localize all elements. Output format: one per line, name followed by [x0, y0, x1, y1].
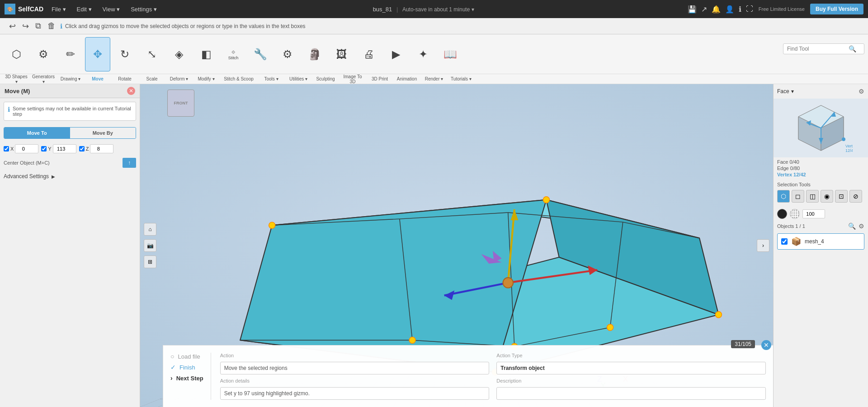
move-to-button[interactable]: Move To [4, 128, 70, 138]
tl-3d-shapes[interactable]: 3D Shapes ▾ [4, 74, 29, 84]
panel-close-button[interactable]: ✕ [127, 87, 135, 95]
find-tool-input[interactable] [787, 46, 846, 52]
user-icon[interactable]: 👤 [725, 5, 734, 14]
delete-button[interactable]: 🗑 [46, 20, 57, 32]
select-all-button[interactable]: ⊡ [835, 190, 848, 203]
viewport-camera-button[interactable]: 📷 [144, 239, 156, 252]
redo-button[interactable]: ↪ [20, 20, 31, 32]
viewport-grid-button[interactable]: ⊞ [144, 256, 156, 268]
tl-3d-print[interactable]: 3D Print [367, 76, 392, 81]
tl-tools[interactable]: Tools ▾ [259, 76, 284, 81]
tool-rotate[interactable]: ↻ [112, 37, 137, 71]
logo-text: SelfCAD [18, 5, 43, 13]
tl-deform[interactable]: Deform ▾ [166, 76, 192, 81]
autosave-dropdown[interactable]: ▾ [472, 6, 474, 13]
undo-button[interactable]: ↩ [7, 20, 18, 32]
menu-file[interactable]: File ▾ [49, 4, 69, 14]
tl-image-to-3d[interactable]: Image To 3D [340, 74, 365, 84]
scale-icon: ⤡ [147, 49, 156, 60]
viewport-home-button[interactable]: ⌂ [144, 223, 156, 236]
tl-drawing[interactable]: Drawing ▾ [58, 76, 83, 81]
fullscreen-icon[interactable]: ⛶ [746, 5, 753, 13]
tl-tutorials[interactable]: Tutorials ▾ [448, 76, 474, 81]
tutorial-action-section: Action Action details [220, 353, 490, 400]
coord-y-checkbox[interactable] [41, 146, 47, 151]
tool-3d-shapes[interactable]: ⬡ [4, 37, 29, 71]
main: Move (M) ✕ ℹ Some settings may not be av… [0, 84, 868, 407]
share-icon[interactable]: ↗ [701, 5, 707, 14]
tool-generators[interactable]: ⚙ [31, 37, 56, 71]
tool-utilities[interactable]: ⚙ [275, 37, 300, 71]
select-body-button[interactable]: ⬡ [777, 190, 790, 203]
advanced-settings-toggle[interactable]: Advanced Settings ▶ [4, 173, 136, 180]
tutorial-step-next-step[interactable]: › Next Step [170, 374, 203, 382]
tutorial-step-finish[interactable]: ✓ Finish [170, 364, 203, 371]
tl-sculpting[interactable]: Sculpting [313, 76, 338, 81]
face-selector[interactable]: Face ▾ [777, 88, 794, 95]
coord-y-input[interactable] [53, 144, 76, 153]
tool-move[interactable]: ✥ [85, 37, 110, 71]
tl-generators[interactable]: Generators ▾ [31, 74, 56, 84]
tutorial-action-type-input[interactable] [496, 362, 766, 374]
viewport-nav-right-button[interactable]: › [757, 239, 769, 252]
coord-x-group: X [4, 144, 38, 153]
opacity-wireframe-button[interactable] [790, 209, 800, 219]
coord-z-input[interactable] [90, 144, 113, 153]
bell-icon[interactable]: 🔔 [712, 5, 721, 14]
select-vertex-button[interactable]: ◉ [821, 190, 833, 203]
tool-deform[interactable]: ◈ [166, 37, 192, 71]
copy-button[interactable]: ⧉ [33, 20, 43, 32]
tool-image-to-3d[interactable]: 🖼 [329, 37, 354, 71]
tool-stitch-scoop[interactable]: ⟐ Stitch [221, 37, 246, 71]
tool-render[interactable]: ✦ [410, 37, 436, 71]
svg-point-45 [842, 137, 845, 141]
coord-x-checkbox[interactable] [4, 146, 9, 151]
tl-stitch-scoop[interactable]: Stitch & Scoop [221, 76, 257, 81]
tl-render[interactable]: Render ▾ [421, 76, 447, 81]
select-none-button[interactable]: ⊘ [849, 190, 862, 203]
mesh-checkbox[interactable] [781, 238, 788, 245]
coord-z-group: Z [79, 144, 114, 153]
coord-y-group: Y [41, 144, 76, 153]
menu-settings[interactable]: Settings ▾ [128, 4, 160, 14]
select-edge-button[interactable]: ◫ [806, 190, 819, 203]
tutorial-action-details-input[interactable] [220, 387, 490, 400]
sculpting-icon: 🗿 [308, 49, 321, 60]
tutorial-description-input[interactable] [496, 387, 766, 400]
tl-animation[interactable]: Animation [394, 76, 420, 81]
find-tool-icon[interactable]: 🔍 [849, 45, 856, 52]
tl-scale[interactable]: Scale [139, 76, 165, 81]
menu-edit[interactable]: Edit ▾ [74, 4, 94, 14]
select-face-button[interactable]: ◻ [792, 190, 804, 203]
coord-x-input[interactable] [15, 144, 38, 153]
viewport[interactable]: FRONT ⌂ 📷 ⊞ › [140, 84, 773, 407]
info-icon[interactable]: ℹ [739, 5, 741, 14]
rp-settings-icon[interactable]: ⚙ [859, 88, 864, 95]
tutorial-close-button[interactable]: ✕ [761, 340, 771, 350]
tool-tools[interactable]: 🔧 [248, 37, 273, 71]
tl-modify[interactable]: Modify ▾ [193, 76, 219, 81]
opacity-solid-button[interactable] [777, 209, 787, 219]
tool-modify[interactable]: ◧ [193, 37, 219, 71]
tutorial-action-input[interactable] [220, 362, 490, 374]
tl-rotate[interactable]: Rotate [112, 76, 137, 81]
tool-animation[interactable]: ▶ [383, 37, 409, 71]
tool-drawing[interactable]: ✏ [58, 37, 83, 71]
search-objects-icon[interactable]: 🔍 [848, 222, 856, 230]
save-icon[interactable]: 💾 [688, 5, 697, 14]
opacity-input[interactable] [802, 209, 825, 218]
tutorial-step-load-file[interactable]: ○ Load file [170, 353, 203, 360]
center-object-button[interactable]: ↑ [123, 158, 136, 168]
tool-scale[interactable]: ⤡ [139, 37, 165, 71]
menu-view[interactable]: View ▾ [100, 4, 123, 14]
buy-full-version-button[interactable]: Buy Full Version [810, 4, 863, 14]
settings-objects-icon[interactable]: ⚙ [859, 222, 864, 230]
tool-sculpting[interactable]: 🗿 [302, 37, 327, 71]
tl-utilities[interactable]: Utilities ▾ [286, 76, 311, 81]
tool-3d-print[interactable]: 🖨 [356, 37, 382, 71]
move-by-button[interactable]: Move By [70, 128, 136, 138]
tl-move[interactable]: Move [85, 76, 110, 81]
coord-z-checkbox[interactable] [79, 146, 85, 151]
mesh-list-item[interactable]: 📦 mesh_4 [777, 233, 864, 250]
tool-tutorials[interactable]: 📖 [438, 37, 463, 71]
